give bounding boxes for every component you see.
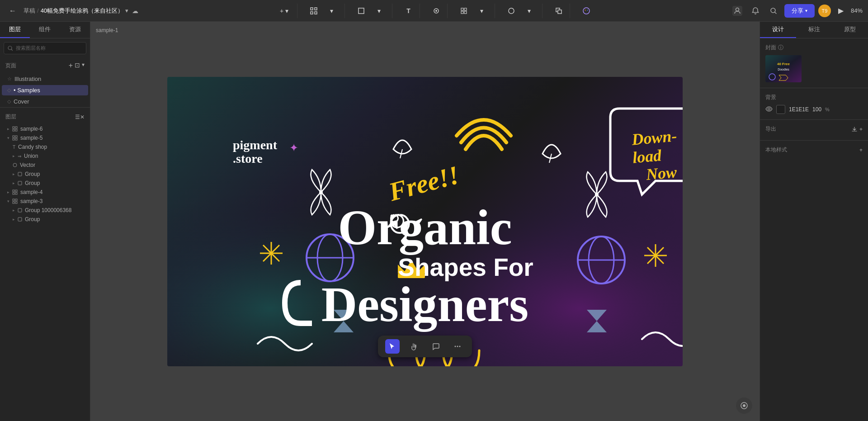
page-icon-cover: ◇	[7, 99, 11, 104]
layer-item-sample4[interactable]: ▸ sample-4	[0, 188, 90, 197]
mask-tool-button[interactable]	[504, 4, 519, 18]
layer-sub-vector[interactable]: Vector	[0, 161, 90, 170]
tool-group-frame: ▾	[303, 4, 345, 18]
cover-thumbnail[interactable]: 40 Free Doodles	[765, 55, 802, 82]
svg-point-76	[457, 345, 458, 347]
boolean-tool-button[interactable]	[552, 4, 566, 18]
export-add-button[interactable]: +	[859, 126, 863, 132]
export-download-icon[interactable]	[851, 126, 858, 132]
layer-item-sample5[interactable]: ▾ sample-5	[0, 133, 90, 142]
page-item-cover[interactable]: ◇ Cover	[2, 96, 88, 107]
more-tool[interactable]	[450, 339, 465, 354]
component-tool-button[interactable]	[457, 4, 471, 18]
add-tool-button[interactable]: + ▾	[275, 4, 293, 18]
select-tool[interactable]	[385, 339, 400, 354]
layer-item-sample6[interactable]: ▸ sample-6	[0, 124, 90, 133]
search-icon-button[interactable]	[766, 4, 781, 18]
canvas-frame[interactable]: pigment .store ✦ Down- load Now	[167, 77, 683, 366]
layer-sub-group2[interactable]: ▸ Group	[0, 179, 90, 188]
layer-label: sample-5	[20, 135, 42, 141]
caret-icon: ▸	[13, 208, 15, 213]
svg-rect-2	[311, 12, 313, 14]
bottom-toolbar	[378, 336, 472, 357]
mask-dropdown-button[interactable]: ▾	[520, 4, 538, 18]
notification-icon-button[interactable]	[748, 4, 763, 18]
layer-sub-group1000006368[interactable]: ▸ Group 1000006368	[0, 206, 90, 215]
percent-sign: %	[825, 107, 830, 112]
breadcrumb: 草稿 / 40幅免费手绘涂鸦（来自社区） ▾	[24, 7, 128, 15]
back-button[interactable]: ←	[5, 4, 20, 18]
visibility-toggle[interactable]	[765, 105, 773, 114]
svg-rect-4	[359, 8, 364, 14]
layer-label: Candy shop	[18, 144, 47, 150]
breadcrumb-root: 草稿	[24, 7, 35, 15]
canvas-frame-label: sample-1	[96, 27, 118, 33]
layers-expand-button[interactable]: ☰✕	[75, 114, 85, 120]
tool-group-mask: ▾	[500, 4, 542, 18]
bg-controls: 1E1E1E 100 %	[765, 105, 863, 114]
search-bar: 搜索图层名称	[0, 38, 90, 58]
layers-header: 图层 ☰✕	[0, 111, 90, 123]
layer-item-sample3[interactable]: ▾ sample-3	[0, 197, 90, 206]
frame-tool-button[interactable]	[307, 4, 321, 18]
cloud-sync-icon[interactable]: ☁	[132, 7, 138, 14]
breadcrumb-dropdown[interactable]: ▾	[125, 7, 128, 14]
share-button[interactable]: 分享 ▾	[784, 4, 815, 18]
layer-sub-candy-shop[interactable]: T Candy shop	[0, 142, 90, 151]
svg-rect-30	[18, 172, 22, 176]
svg-point-75	[455, 345, 456, 347]
bg-opacity-value[interactable]: 100	[812, 106, 821, 113]
local-style-label: 本地样式 +	[765, 146, 863, 154]
pen-tool-button[interactable]	[429, 4, 443, 18]
layer-sub-group1[interactable]: ▸ Group	[0, 170, 90, 179]
background-section: 背景 1E1E1E 100 %	[760, 88, 868, 120]
topbar-center: + ▾ ▾ ▾ T ▾	[142, 4, 726, 18]
left-panel: 图层 组件 资源 搜索图层名称 页面 + ⊡ ▾ ☆ Illustration …	[0, 22, 90, 421]
canvas-area[interactable]: sample-1 pigment	[90, 22, 760, 421]
tab-annotation[interactable]: 标注	[796, 22, 832, 38]
layers-section: 图层 ☰✕ ▸ sample-6 ▾ sample-5 T Candy shop…	[0, 107, 90, 421]
layer-sub-union[interactable]: ▸ ⇒ Union	[0, 151, 90, 161]
svg-rect-7	[461, 8, 463, 10]
text-tool-button[interactable]: T	[401, 4, 416, 18]
svg-point-85	[768, 108, 770, 110]
page-view-button[interactable]: ⊡	[75, 61, 80, 70]
user-icon-button[interactable]	[730, 4, 745, 18]
page-item-illustration[interactable]: ☆ Illustration	[2, 74, 88, 84]
frame-dropdown-button[interactable]: ▾	[323, 4, 341, 18]
zoom-level[interactable]: 84%	[851, 7, 863, 14]
tab-components[interactable]: 组件	[30, 22, 60, 38]
tab-design[interactable]: 设计	[760, 22, 796, 38]
canvas-background	[167, 77, 683, 366]
bg-color-hex[interactable]: 1E1E1E	[789, 106, 809, 113]
layer-search-input[interactable]: 搜索图层名称	[4, 42, 86, 54]
shape-dropdown-button[interactable]: ▾	[370, 4, 388, 18]
topbar: ← 草稿 / 40幅免费手绘涂鸦（来自社区） ▾ ☁ + ▾ ▾ ▾ T	[0, 0, 868, 22]
tab-prototype[interactable]: 原型	[832, 22, 868, 38]
topbar-right: 分享 ▾ T9 ▶ 84%	[730, 4, 863, 18]
play-button[interactable]: ▶	[835, 5, 847, 17]
emoji-tool-button[interactable]	[579, 4, 594, 18]
scroll-button[interactable]	[736, 397, 752, 414]
svg-rect-10	[464, 11, 467, 14]
breadcrumb-file[interactable]: 40幅免费手绘涂鸦（来自社区）	[41, 7, 123, 15]
comment-tool[interactable]	[429, 339, 443, 354]
layer-sub-group-last[interactable]: ▸ Group	[0, 215, 90, 224]
component-dropdown-button[interactable]: ▾	[473, 4, 491, 18]
hand-tool[interactable]	[407, 339, 421, 354]
tab-resources[interactable]: 资源	[60, 22, 90, 38]
add-page-button[interactable]: +	[69, 61, 73, 70]
svg-rect-36	[13, 199, 14, 201]
page-expand-button[interactable]: ▾	[82, 61, 85, 70]
info-icon[interactable]: ⓘ	[778, 44, 783, 52]
bg-color-swatch[interactable]	[776, 105, 785, 114]
pages-actions: + ⊡ ▾	[69, 61, 85, 70]
group-type-icon	[18, 217, 22, 222]
avatar[interactable]: T9	[818, 5, 831, 17]
tool-group-boolean	[548, 4, 570, 18]
local-style-add-button[interactable]: +	[859, 147, 863, 153]
tab-layers[interactable]: 图层	[0, 22, 30, 38]
svg-rect-32	[13, 190, 14, 192]
shape-tool-button[interactable]	[354, 4, 368, 18]
page-item-samples[interactable]: ◇ • Samples	[2, 85, 88, 95]
